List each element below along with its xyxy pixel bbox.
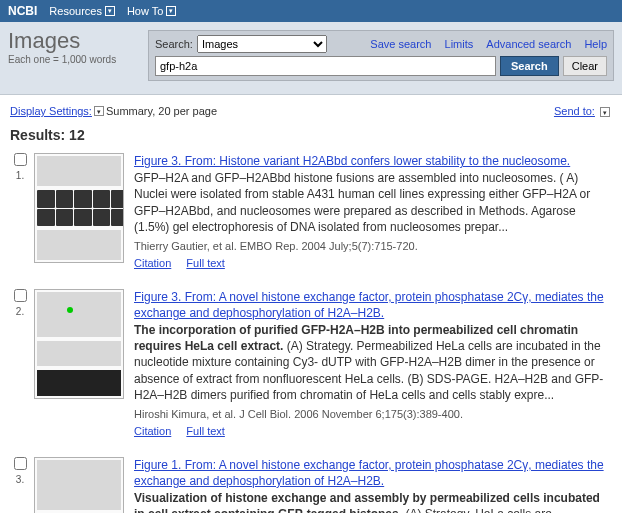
result-number: 2. — [16, 306, 24, 317]
advanced-search-link[interactable]: Advanced search — [486, 38, 571, 50]
toolbar: Display Settings: ▾ Summary, 20 per page… — [0, 95, 622, 123]
result-checkbox[interactable] — [14, 153, 27, 166]
page-subtitle: Each one = 1,000 words — [8, 54, 148, 65]
result-checkbox[interactable] — [14, 289, 27, 302]
header: Images Each one = 1,000 words Search: Im… — [0, 22, 622, 95]
result-checkbox[interactable] — [14, 457, 27, 470]
result-title-link[interactable]: Figure 3. From: A novel histone exchange… — [134, 290, 604, 320]
result-snippet: Visualization of histone exchange and as… — [134, 490, 612, 513]
nav-resources[interactable]: Resources ▾ — [49, 5, 115, 17]
display-settings-link[interactable]: Display Settings: — [10, 105, 92, 117]
result-item: 2. Figure 3. From: A novel histone excha… — [10, 289, 612, 439]
result-citation: Hiroshi Kimura, et al. J Cell Biol. 2006… — [134, 407, 612, 422]
search-box: Search: Images Save search Limits Advanc… — [148, 30, 614, 81]
ncbi-logo[interactable]: NCBI — [8, 4, 37, 18]
result-number: 1. — [16, 170, 24, 181]
result-snippet: The incorporation of purified GFP-H2A–H2… — [134, 322, 612, 403]
result-citation: Thierry Gautier, et al. EMBO Rep. 2004 J… — [134, 239, 612, 254]
search-label: Search: — [155, 38, 193, 50]
search-input[interactable] — [155, 56, 496, 76]
result-item: 1. Figure 3. From: Histone variant H2ABb… — [10, 153, 612, 271]
clear-button[interactable]: Clear — [563, 56, 607, 76]
chevron-down-icon: ▾ — [105, 6, 115, 16]
nav-label: How To — [127, 5, 163, 17]
search-button[interactable]: Search — [500, 56, 559, 76]
chevron-down-icon: ▾ — [166, 6, 176, 16]
page-title: Images — [8, 28, 148, 54]
results-list: 1. Figure 3. From: Histone variant H2ABb… — [0, 153, 622, 513]
topbar: NCBI Resources ▾ How To ▾ — [0, 0, 622, 22]
results-count: Results: 12 — [0, 123, 622, 153]
result-number: 3. — [16, 474, 24, 485]
fulltext-link[interactable]: Full text — [186, 257, 225, 269]
result-snippet: GFP–H2A and GFP–H2ABbd histone fusions a… — [134, 170, 612, 235]
chevron-down-icon[interactable]: ▾ — [94, 106, 104, 116]
result-thumbnail[interactable] — [34, 153, 124, 271]
citation-link[interactable]: Citation — [134, 425, 171, 437]
search-db-select[interactable]: Images — [197, 35, 327, 53]
save-search-link[interactable]: Save search — [370, 38, 431, 50]
result-thumbnail[interactable] — [34, 289, 124, 439]
result-title-link[interactable]: Figure 1. From: A novel histone exchange… — [134, 458, 604, 488]
sendto-link[interactable]: Send to: — [554, 105, 595, 117]
result-item: 3. Figure 1. From: A novel histone excha… — [10, 457, 612, 513]
nav-howto[interactable]: How To ▾ — [127, 5, 176, 17]
limits-link[interactable]: Limits — [445, 38, 474, 50]
nav-label: Resources — [49, 5, 102, 17]
display-summary: Summary, 20 per page — [106, 105, 217, 117]
chevron-down-icon[interactable]: ▾ — [600, 107, 610, 117]
citation-link[interactable]: Citation — [134, 257, 171, 269]
fulltext-link[interactable]: Full text — [186, 425, 225, 437]
help-link[interactable]: Help — [584, 38, 607, 50]
search-links: Save search Limits Advanced search Help — [360, 38, 607, 50]
result-title-link[interactable]: Figure 3. From: Histone variant H2ABbd c… — [134, 154, 570, 168]
result-thumbnail[interactable] — [34, 457, 124, 513]
